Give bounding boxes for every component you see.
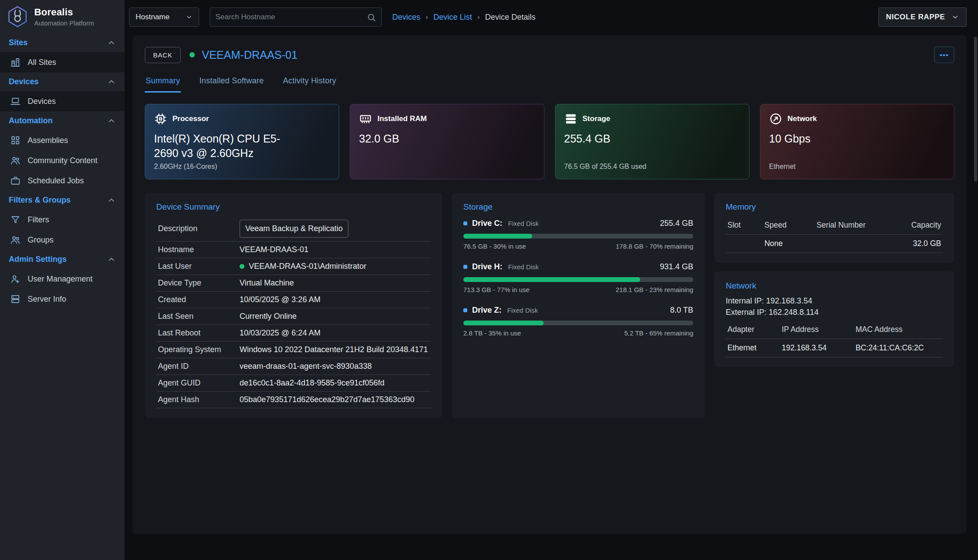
sidebar-section-admin-settings[interactable]: Admin Settings (0, 250, 125, 269)
topbar: Hostname Devices›Device List›Device Deta… (125, 0, 978, 34)
drive-type: Fixed Disk (507, 307, 538, 314)
breadcrumb-separator: › (426, 13, 428, 21)
brand-logo-icon (6, 5, 29, 28)
drive-usage-bar (463, 234, 693, 239)
storage-title: Storage (463, 202, 693, 212)
sidebar-item-label: Filters (28, 215, 49, 225)
sidebar-item-label: All Sites (28, 58, 56, 67)
breadcrumb-devices[interactable]: Devices (392, 13, 420, 22)
drive-used-text: 76.5 GB - 30% in use (463, 243, 526, 250)
more-actions-button[interactable]: ••• (934, 46, 954, 63)
chevron-down-icon (951, 13, 959, 21)
search-input[interactable] (215, 13, 367, 21)
groups-icon (10, 235, 21, 245)
drive-usage-bar (463, 321, 693, 325)
storage-card: Storage Drive C:Fixed Disk255.4 GB76.5 G… (452, 193, 705, 418)
sidebar-item-filters[interactable]: Filters (0, 210, 125, 230)
hostname-filter-select[interactable]: Hostname (129, 7, 199, 27)
breadcrumb-separator: › (477, 13, 480, 21)
brand[interactable]: Borealis Automation Platform (0, 0, 125, 33)
drive-type: Fixed Disk (508, 263, 539, 271)
network-adapter-table: AdapterIP AddressMAC AddressEthernet192.… (726, 321, 943, 357)
summary-row-label: Operating System (158, 345, 240, 354)
column-header-speed: Speed (763, 216, 815, 235)
summary-row-value: 10/03/2025 @ 6:24 AM (240, 328, 320, 338)
description-input[interactable] (240, 220, 348, 238)
breadcrumb: Devices›Device List›Device Details (392, 13, 535, 22)
drive-type: Fixed Disk (508, 220, 539, 227)
summary-row-label: Device Type (158, 278, 240, 288)
table-row: None32.0 GB (726, 235, 943, 253)
stat-card-title: Storage (583, 114, 610, 123)
sidebar-item-label: Community Content (28, 156, 97, 165)
drive-bullet (463, 221, 467, 225)
sidebar-item-label: User Management (28, 275, 93, 284)
stat-card-storage: Storage255.4 GB76.5 GB of 255.4 GB used (555, 104, 749, 179)
scrollbar[interactable] (974, 37, 977, 182)
sidebar-nav: SitesAll SitesDevicesDevicesAutomationAs… (0, 33, 125, 309)
back-button[interactable]: BACK (145, 47, 181, 63)
user-management-icon (10, 274, 21, 284)
online-status-dot (240, 264, 244, 269)
stat-card-subtitle: Ethernet (769, 163, 945, 171)
network-title: Network (726, 281, 943, 291)
sidebar-item-all-sites[interactable]: All Sites (0, 52, 125, 72)
summary-row-value: Currently Online (240, 312, 297, 321)
summary-row-last-seen: Last SeenCurrently Online (156, 308, 431, 325)
sidebar-item-devices[interactable]: Devices (0, 91, 125, 111)
sidebar-item-assemblies[interactable]: Assemblies (0, 130, 125, 150)
sidebar-section-filters-groups[interactable]: Filters & Groups (0, 191, 125, 210)
tab-installed-software[interactable]: Installed Software (198, 72, 265, 93)
stat-card-processor: ProcessorIntel(R) Xeon(R) CPU E5-2690 v3… (145, 104, 339, 179)
sidebar-item-label: Groups (28, 235, 54, 245)
chevron-up-icon (107, 196, 116, 205)
summary-row-value: veeam-draas-01-agent-svc-8930a338 (240, 362, 372, 371)
device-name: VEEAM-DRAAS-01 (202, 49, 297, 61)
community-icon (10, 155, 21, 166)
stat-card-value: 255.4 GB (564, 132, 740, 146)
summary-row-value: VEEAM-DRAAS-01 (240, 245, 308, 254)
scheduled-jobs-icon (10, 175, 21, 186)
device-details-panel: BACK VEEAM-DRAAS-01 ••• SummaryInstalled… (133, 35, 967, 534)
sidebar-item-label: Devices (28, 97, 56, 106)
sidebar-item-groups[interactable]: Groups (0, 230, 125, 250)
brand-name: Borealis (34, 7, 94, 18)
drive-name: Drive H: (472, 262, 502, 271)
sidebar-item-community-content[interactable]: Community Content (0, 150, 125, 171)
sidebar-item-user-management[interactable]: User Management (0, 269, 125, 289)
summary-rows: HostnameVEEAM-DRAAS-01Last UserVEEAM-DRA… (156, 242, 431, 408)
stat-card-subtitle (359, 163, 535, 171)
table-cell: None (763, 235, 815, 253)
memory-table: SlotSpeedSerial NumberCapacityNone32.0 G… (726, 216, 943, 253)
table-cell: BC:24:11:CA:C6:2C (854, 339, 943, 357)
sidebar-item-server-info[interactable]: Server Info (0, 289, 125, 309)
stat-card-subtitle: 2.60GHz (16-Cores) (154, 163, 330, 171)
table-cell (815, 235, 895, 253)
sidebar-section-sites[interactable]: Sites (0, 33, 125, 52)
sidebar-section-label: Devices (9, 77, 39, 86)
search-icon[interactable] (367, 13, 376, 22)
summary-row-last-reboot: Last Reboot10/03/2025 @ 6:24 AM (156, 325, 431, 342)
user-menu-button[interactable]: NICOLE RAPPE (878, 7, 967, 27)
device-summary-card: Device Summary Description HostnameVEEAM… (145, 193, 442, 418)
summary-row-last-user: Last UserVEEAM-DRAAS-01\Administrator (156, 258, 431, 275)
drive-drive-c: Drive C:Fixed Disk255.4 GB76.5 GB - 30% … (463, 219, 693, 250)
network-icon (769, 112, 782, 125)
sidebar-section-automation[interactable]: Automation (0, 111, 125, 130)
summary-row-label: Agent ID (158, 362, 240, 371)
chevron-down-icon (186, 14, 193, 21)
tab-summary[interactable]: Summary (145, 72, 181, 93)
device-header: BACK VEEAM-DRAAS-01 ••• (145, 46, 954, 63)
network-card: Network Internal IP: 192.168.3.54 Extern… (714, 271, 954, 367)
tab-activity-history[interactable]: Activity History (282, 72, 337, 93)
ram-icon (359, 112, 372, 125)
breadcrumb-device-list[interactable]: Device List (433, 13, 472, 22)
drive-remaining-text: 218.1 GB - 23% remaining (616, 286, 693, 293)
summary-row-label: Last Seen (158, 312, 240, 321)
main-area: Hostname Devices›Device List›Device Deta… (125, 0, 978, 560)
drive-drive-h: Drive H:Fixed Disk931.4 GB713.3 GB - 77%… (463, 262, 693, 293)
sidebar-section-devices[interactable]: Devices (0, 72, 125, 91)
table-cell: Ethernet (726, 339, 780, 357)
sidebar-item-scheduled-jobs[interactable]: Scheduled Jobs (0, 171, 125, 191)
sidebar-item-label: Server Info (28, 295, 66, 304)
